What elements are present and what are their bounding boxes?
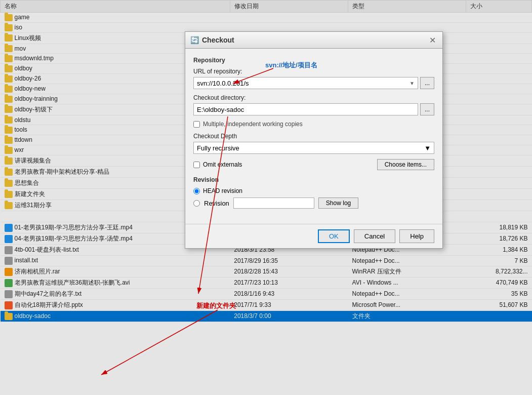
depth-value: Fully recursive bbox=[197, 144, 239, 152]
show-log-button[interactable]: Show log bbox=[318, 198, 358, 209]
omit-externals-label: Omit externals bbox=[203, 161, 242, 168]
titlebar-left: 🔄 Checkout bbox=[190, 36, 234, 44]
revision-section: Revision HEAD revision Revision Show log bbox=[193, 176, 434, 209]
checkout-dir-field-row: ... bbox=[193, 103, 434, 115]
url-dropdown-arrow: ▼ bbox=[410, 81, 415, 86]
newdir-annotation: 新建的文件夹 bbox=[196, 301, 236, 310]
head-revision-label: HEAD revision bbox=[203, 187, 242, 194]
multiple-checkbox[interactable] bbox=[193, 121, 200, 128]
depth-row: Fully recursive ▼ bbox=[193, 142, 434, 154]
head-revision-row: HEAD revision bbox=[193, 187, 434, 194]
revision-radio[interactable] bbox=[193, 200, 200, 207]
choose-items-button[interactable]: Choose items... bbox=[377, 159, 434, 170]
checkout-dir-browse-button[interactable]: ... bbox=[420, 103, 434, 115]
close-button[interactable]: ✕ bbox=[427, 35, 437, 45]
omit-externals-row: Omit externals Choose items... bbox=[193, 159, 434, 170]
revision-section-label: Revision bbox=[193, 176, 434, 183]
checkout-depth-label: Checkout Depth bbox=[193, 133, 434, 140]
revision-label2: Revision bbox=[204, 200, 229, 207]
depth-select[interactable]: Fully recursive ▼ bbox=[193, 142, 434, 154]
dialog-body: Repository URL of repository: svn://10.0… bbox=[185, 49, 442, 224]
dialog-footer: OK Cancel Help bbox=[185, 224, 442, 248]
url-input[interactable]: svn://10.0.0.201/s ▼ bbox=[193, 77, 418, 89]
multiple-checkbox-row: Multiple, independent working copies bbox=[193, 121, 434, 128]
help-button[interactable]: Help bbox=[399, 229, 434, 243]
url-browse-button[interactable]: ... bbox=[420, 77, 434, 89]
revision-number-input[interactable] bbox=[233, 198, 314, 209]
omit-left: Omit externals bbox=[193, 161, 242, 168]
svn-annotation: svn://地址/项目名 bbox=[265, 61, 317, 70]
checkout-dir-input[interactable] bbox=[193, 103, 418, 115]
url-field-row: svn://10.0.0.201/s ▼ ... bbox=[193, 77, 434, 89]
revision-input-row: Revision Show log bbox=[193, 198, 434, 209]
ok-button[interactable]: OK bbox=[318, 229, 350, 243]
cancel-button[interactable]: Cancel bbox=[354, 229, 395, 243]
depth-dropdown-arrow: ▼ bbox=[424, 144, 431, 152]
checkout-dir-label: Checkout directory: bbox=[193, 94, 434, 101]
dialog-titlebar: 🔄 Checkout ✕ bbox=[185, 32, 442, 49]
dialog-icon: 🔄 bbox=[190, 36, 199, 44]
dialog-title: Checkout bbox=[202, 36, 234, 44]
omit-externals-checkbox[interactable] bbox=[193, 162, 200, 168]
multiple-checkbox-label: Multiple, independent working copies bbox=[203, 121, 303, 128]
head-revision-radio[interactable] bbox=[193, 188, 200, 194]
url-value: svn://10.0.0.201/s bbox=[197, 80, 249, 87]
